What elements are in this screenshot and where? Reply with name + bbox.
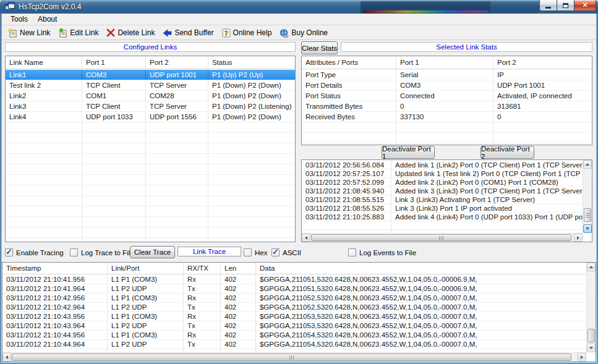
table-row[interactable]: 03/11/2012 21:10:44.956L1 P1 (COM3)Rx402… (2, 331, 586, 340)
svg-text:?: ? (224, 29, 228, 38)
hex-checkbox[interactable] (244, 248, 252, 256)
scroll-thumb[interactable] (12, 353, 571, 361)
scroll-left-button[interactable] (302, 234, 310, 242)
stats-header: Attributes / Ports Port 1 Port 2 (302, 56, 592, 69)
events-vscrollbar[interactable] (583, 160, 592, 233)
scroll-down-button[interactable] (587, 344, 596, 352)
cell-status (208, 143, 295, 153)
send-buffer-button[interactable]: Send Buffer (160, 28, 218, 38)
cell-port1 (82, 122, 146, 132)
cell-port2: COM28 (146, 91, 208, 101)
table-row[interactable]: Received Bytes3371300 (302, 112, 592, 122)
maximize-button[interactable] (557, 0, 575, 11)
cell-name: Test link 2 (6, 80, 82, 90)
close-icon: ✕ (582, 2, 587, 9)
cell-p2: 0 (493, 112, 592, 122)
table-row[interactable]: 03/11/2012 21:08:55.526Link 3 (Link3) Po… (302, 204, 583, 213)
cell-name: Link2 (6, 91, 82, 101)
cell-dir: Tx (184, 321, 221, 330)
edit-link-button[interactable]: Edit Link (55, 28, 103, 38)
trace-hscrollbar[interactable] (2, 352, 586, 362)
selected-link-stats-title: Selected Link Stats (341, 42, 592, 52)
cell-dir: Tx (184, 340, 221, 349)
table-row[interactable]: Port TypeSerialIP (302, 70, 592, 80)
table-row[interactable]: 03/11/2012 21:10:43.956L1 P1 (COM3)Rx402… (2, 312, 586, 321)
cell-time: 03/11/2012 21:10:44.964 (2, 340, 108, 349)
column-header: Port 2 (146, 56, 208, 69)
cell-status (208, 227, 295, 237)
deactivate-port1-button[interactable]: Deactivate Port 1 (382, 146, 435, 159)
online-help-button[interactable]: ? Online Help (219, 28, 277, 38)
cell-port1 (82, 185, 146, 195)
scroll-down-button[interactable] (583, 224, 592, 233)
menu-tools[interactable]: Tools (6, 14, 33, 25)
enable-tracing-checkbox[interactable] (5, 248, 13, 256)
table-row[interactable]: Link1COM3UDP port 1001P1 (Up) P2 (Up) (6, 70, 295, 80)
buy-online-button[interactable]: Buy Online (276, 28, 333, 38)
empty-row (302, 122, 592, 133)
cell-name: Link3 (6, 101, 82, 111)
empty-row (6, 227, 295, 238)
cell-time: 03/11/2012 21:10:42.964 (2, 303, 108, 311)
table-row[interactable]: 03/11/2012 21:10:43.964L1 P2 UDPTx402$GP… (2, 321, 586, 331)
clear-trace-button[interactable]: Clear Trace (130, 246, 175, 258)
trace-vscrollbar[interactable] (586, 263, 596, 352)
table-row[interactable]: 03/11/2012 20:57:25.107Updated link 1 (T… (302, 169, 583, 178)
clear-stats-button[interactable]: Clear Stats (301, 41, 338, 54)
table-row[interactable]: 03/11/2012 21:08:45.940Added link 3 (Lin… (302, 187, 583, 195)
log-events-checkbox[interactable] (348, 248, 356, 256)
menu-about[interactable]: About (33, 14, 62, 25)
table-row[interactable]: 03/11/2012 21:10:44.964L1 P2 UDPTx402$GP… (2, 340, 586, 349)
cell-dir: Rx (184, 294, 221, 302)
table-row[interactable]: Link2COM1COM28P1 (Down) P2 (Down) (6, 91, 295, 101)
scroll-right-button[interactable] (574, 234, 583, 242)
scroll-up-button[interactable] (587, 263, 596, 271)
empty-row (6, 143, 295, 154)
scroll-up-button[interactable] (583, 160, 592, 169)
column-header: Port 2 (493, 56, 592, 69)
cell-port2: UDP port 1556 (146, 112, 208, 122)
table-row[interactable]: Port StatusConnectedActivated, IP connec… (302, 91, 592, 101)
cell-port2 (146, 154, 208, 164)
table-row[interactable]: 03/11/2012 21:10:25.883Added link 4 (Lin… (302, 213, 583, 221)
scroll-right-button[interactable] (578, 353, 586, 362)
scroll-thumb[interactable] (311, 234, 571, 241)
cell-port1 (82, 143, 146, 153)
empty-row (6, 185, 295, 196)
table-row[interactable]: 03/11/2012 20:56:56.084Added link 1 (Lin… (302, 161, 583, 169)
table-row[interactable]: 03/11/2012 21:08:55.515Link 3 (Link3) Ac… (302, 195, 583, 204)
cell-msg: Added link 2 (Link2) Port 0 (COM1) Port … (391, 178, 583, 186)
ascii-checkbox[interactable] (271, 248, 280, 256)
table-row[interactable]: Transmitted Bytes0313681 (302, 101, 592, 112)
table-row[interactable]: Test link 2TCP ClientTCP ServerP1 (Down)… (6, 80, 295, 91)
close-button[interactable]: ✕ (574, 0, 596, 11)
table-row[interactable]: 03/11/2012 21:10:42.964L1 P2 UDPTx402$GP… (2, 303, 586, 312)
cell-dir: Rx (184, 275, 221, 284)
cell-len: 402 (221, 331, 256, 339)
table-row[interactable]: 03/11/2012 20:57:52.099Added link 2 (Lin… (302, 178, 583, 187)
cell-name (6, 154, 82, 164)
scroll-left-button[interactable] (2, 353, 11, 362)
events-body: 03/11/2012 20:56:56.084Added link 1 (Lin… (302, 161, 583, 233)
table-row[interactable]: Link4UDP port 1033UDP port 1556P1 (Down)… (6, 112, 295, 122)
events-hscrollbar[interactable] (302, 233, 583, 242)
empty-row (302, 133, 592, 143)
delete-link-button[interactable]: Delete Link (103, 28, 160, 38)
minimize-button[interactable] (539, 0, 557, 11)
cell-dir: Tx (184, 284, 221, 293)
client-area: Tools About New Link Edit Link Delete Li… (2, 14, 596, 362)
scroll-thumb[interactable] (587, 329, 595, 342)
scroll-thumb[interactable] (584, 208, 591, 222)
table-row[interactable]: Port DetailsCOM3UDP Port 1001 (302, 80, 592, 91)
deactivate-port2-button[interactable]: Deactivate Port 2 (481, 146, 534, 159)
cell-p2 (493, 133, 592, 143)
send-buffer-label: Send Buffer (174, 28, 213, 37)
table-row[interactable]: 03/11/2012 21:10:42.956L1 P1 (COM3)Rx402… (2, 294, 586, 303)
titlebar[interactable]: HsTcp2Com v2.0.4 ✕ (0, 0, 598, 14)
log-trace-checkbox[interactable] (70, 248, 78, 256)
table-row[interactable]: Link3TCP ClientTCP ServerP1 (Down) P2 (L… (6, 101, 295, 112)
new-link-button[interactable]: New Link (5, 28, 55, 38)
cell-port2 (146, 185, 208, 195)
table-row[interactable]: 03/11/2012 21:10:41.956L1 P1 (COM3)Rx402… (2, 275, 586, 284)
table-row[interactable]: 03/11/2012 21:10:41.964L1 P2 UDPTx402$GP… (2, 284, 586, 294)
